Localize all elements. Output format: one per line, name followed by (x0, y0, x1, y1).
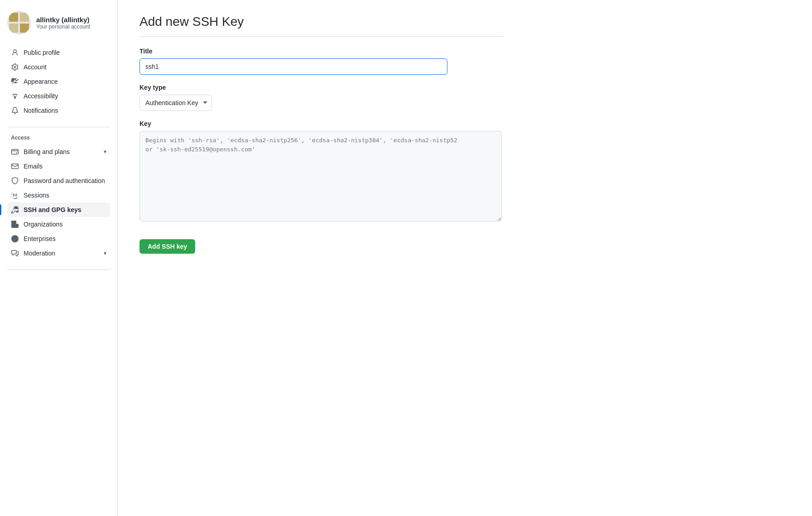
broadcast-icon (11, 191, 19, 199)
sidebar-item-public-profile[interactable]: Public profile (7, 45, 110, 60)
sidebar: allintky (allintky) Your personal accoun… (0, 0, 118, 516)
profile-section: allintky (allintky) Your personal accoun… (7, 11, 110, 34)
sidebar-label-account: Account (24, 63, 47, 71)
chevron-down-icon: ▾ (104, 149, 106, 155)
sidebar-label-enterprises: Enterprises (24, 235, 56, 242)
profile-info: allintky (allintky) Your personal accoun… (36, 16, 90, 30)
globe-icon (11, 235, 19, 243)
key-type-label: Key type (139, 84, 504, 91)
access-label: Access (7, 133, 110, 143)
svg-rect-1 (9, 13, 18, 22)
main-content: Add new SSH Key Title Key type Authentic… (118, 0, 525, 516)
gear-icon (11, 63, 19, 71)
sidebar-label-ssh-gpg: SSH and GPG keys (24, 206, 82, 213)
title-divider (139, 36, 504, 37)
comment-icon (11, 249, 19, 257)
svg-rect-4 (20, 24, 29, 33)
sidebar-label-notifications: Notifications (24, 107, 58, 114)
sidebar-item-emails[interactable]: Emails (7, 159, 110, 174)
sidebar-item-password-auth[interactable]: Password and authentication (7, 174, 110, 188)
sidebar-item-moderation[interactable]: Moderation ▾ (7, 246, 110, 260)
sidebar-label-emails: Emails (24, 163, 43, 170)
credit-card-icon (11, 148, 19, 156)
sidebar-item-enterprises[interactable]: Enterprises (7, 231, 110, 246)
sidebar-label-password-auth: Password and authentication (24, 177, 105, 184)
sidebar-item-sessions[interactable]: Sessions (7, 188, 110, 203)
sidebar-label-billing: Billing and plans (24, 148, 70, 155)
nav-divider-bottom (7, 270, 110, 270)
sidebar-item-organizations[interactable]: Organizations (7, 217, 110, 231)
sidebar-label-public-profile: Public profile (24, 49, 60, 56)
main-nav: Public profile Account Appearance Access… (7, 45, 110, 118)
sidebar-label-organizations: Organizations (24, 221, 62, 228)
nav-divider (7, 127, 110, 127)
key-group: Key (139, 120, 504, 223)
svg-rect-3 (9, 24, 18, 33)
key-textarea[interactable] (139, 131, 502, 222)
moderation-chevron-icon: ▾ (104, 250, 106, 256)
billing-left: Billing and plans (11, 148, 70, 156)
profile-name: allintky (allintky) (36, 16, 90, 24)
title-group: Title (139, 48, 504, 75)
profile-subtitle: Your personal account (36, 24, 90, 30)
paintbrush-icon (11, 77, 19, 86)
title-label: Title (139, 48, 504, 55)
key-icon (11, 206, 19, 214)
sidebar-item-ssh-gpg[interactable]: SSH and GPG keys (7, 203, 110, 217)
sidebar-item-appearance[interactable]: Appearance (7, 74, 110, 89)
bell-icon (11, 106, 19, 115)
sidebar-item-billing[interactable]: Billing and plans ▾ (7, 145, 110, 159)
title-input[interactable] (139, 58, 447, 75)
sidebar-label-appearance: Appearance (24, 78, 58, 85)
moderation-left: Moderation (11, 249, 55, 257)
page-title: Add new SSH Key (139, 14, 504, 29)
sidebar-item-account[interactable]: Account (7, 60, 110, 74)
add-ssh-key-button[interactable]: Add SSH key (139, 239, 195, 254)
key-type-select[interactable]: Authentication Key Signing Key (139, 95, 212, 111)
key-label: Key (139, 120, 504, 127)
svg-rect-2 (20, 13, 29, 22)
mail-icon (11, 162, 19, 170)
person-icon (11, 48, 19, 57)
sidebar-label-accessibility: Accessibility (24, 92, 58, 100)
access-nav: Billing and plans ▾ Emails Password and … (7, 145, 110, 260)
avatar (7, 11, 31, 34)
sidebar-item-notifications[interactable]: Notifications (7, 103, 110, 118)
sidebar-label-sessions: Sessions (24, 192, 49, 199)
organization-icon (11, 220, 19, 228)
shield-icon (11, 177, 19, 185)
accessibility-icon (11, 92, 19, 100)
key-type-group: Key type Authentication Key Signing Key (139, 84, 504, 111)
sidebar-item-accessibility[interactable]: Accessibility (7, 89, 110, 103)
sidebar-label-moderation: Moderation (24, 250, 55, 257)
